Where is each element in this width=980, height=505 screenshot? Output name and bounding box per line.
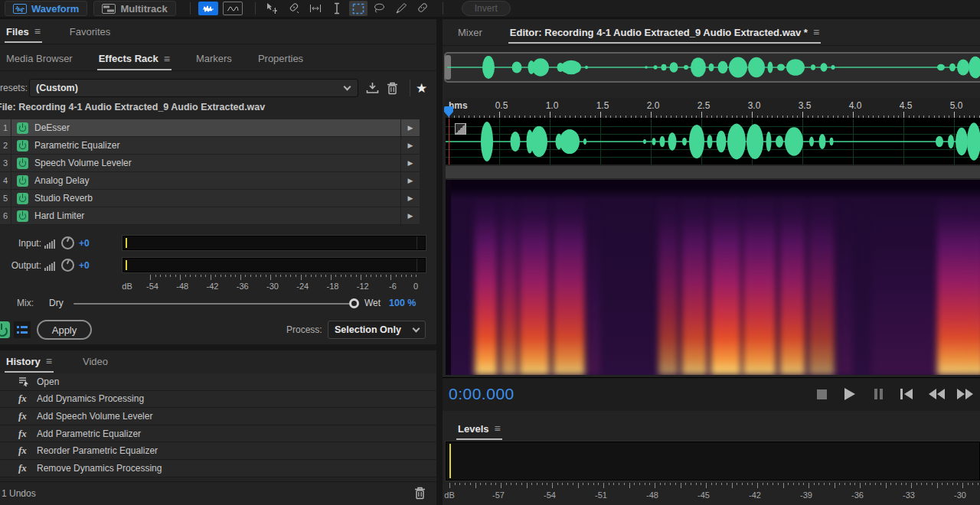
panel-menu-icon[interactable]: ≡ [164, 53, 170, 65]
tab-history[interactable]: History≡ [6, 355, 52, 367]
scale-tick [839, 483, 840, 485]
tab-editor[interactable]: Editor: Recording 4-1 Audio Extracted_9 … [510, 26, 819, 38]
effect-expand-arrow[interactable]: ▶ [400, 172, 420, 189]
scale-tick [685, 483, 686, 485]
move-tool[interactable] [263, 1, 282, 16]
effect-power-toggle[interactable] [17, 122, 28, 134]
tab-favorites[interactable]: Favorites [70, 26, 110, 37]
waveform-display[interactable] [446, 119, 980, 165]
slip-tool[interactable] [306, 1, 325, 16]
levels-db-scale: dB-57-54-51-48-45-42-39-36-33-30 [446, 483, 980, 503]
tab-effects-rack[interactable]: Effects Rack≡ [99, 53, 170, 65]
spectrogram-display[interactable] [446, 180, 980, 375]
stop-button[interactable] [815, 388, 828, 400]
fast-forward-button[interactable] [957, 388, 969, 400]
history-item-label: Add Speech Volume Leveler [37, 411, 152, 422]
effect-row[interactable]: 5Studio Reverb▶ [0, 190, 420, 207]
effect-row[interactable]: 4Analog Delay▶ [0, 172, 420, 190]
effect-expand-arrow[interactable]: ▶ [400, 190, 420, 207]
history-item[interactable]: fxAdd Speech Volume Leveler [0, 408, 436, 425]
time-display[interactable]: 0:00.000 [449, 385, 514, 403]
effect-number: 2 [0, 137, 11, 154]
panel-menu-icon[interactable]: ≡ [813, 26, 819, 38]
favorite-star-icon[interactable]: ★ [416, 80, 427, 96]
presets-label: Presets: [0, 83, 28, 93]
history-item[interactable]: fxRemove Dynamics Processing [0, 460, 436, 477]
mix-slider-track[interactable] [74, 303, 352, 305]
scale-tick [465, 483, 466, 485]
multitrack-mode-button[interactable]: Multitrack [93, 1, 175, 16]
tab-levels[interactable]: Levels≡ [458, 422, 501, 435]
effect-expand-arrow[interactable]: ▶ [400, 137, 420, 154]
timeline-ruler[interactable]: hms 0.51.01.52.02.53.03.54.04.55.0 [446, 98, 980, 119]
effect-power-toggle[interactable] [17, 193, 28, 204]
apply-button[interactable]: Apply [37, 320, 92, 340]
effect-expand-arrow[interactable]: ▶ [400, 119, 420, 136]
input-gain-value[interactable]: +0 [79, 238, 90, 249]
effect-power-toggle[interactable] [17, 175, 28, 187]
pause-button[interactable] [872, 388, 884, 400]
spectral-frequency-view-button[interactable] [223, 2, 243, 15]
scale-tick [562, 483, 563, 485]
tab-files[interactable]: Files≡ [6, 25, 41, 37]
history-item[interactable]: fxAdd Dynamics Processing [0, 391, 436, 409]
effect-expand-arrow[interactable]: ▶ [400, 207, 420, 224]
output-gain-knob-icon[interactable] [61, 259, 74, 272]
clear-history-trash-icon[interactable] [414, 487, 426, 500]
paintbrush-selection-tool[interactable] [392, 1, 410, 16]
effect-row[interactable]: 2Parametric Equalizer▶ [0, 137, 420, 155]
mix-slider-knob[interactable] [349, 298, 359, 308]
ruler-tick [843, 116, 844, 118]
effect-row[interactable]: 1DeEsser▶ [0, 119, 420, 137]
scale-tick [824, 483, 825, 485]
spot-healing-brush-tool[interactable] [413, 1, 432, 16]
scale-tick [325, 275, 326, 277]
scale-tick [691, 483, 691, 485]
panel-menu-icon[interactable]: ≡ [494, 422, 500, 435]
waveform-mode-button[interactable]: Waveform [5, 1, 87, 16]
time-selection-tool[interactable] [328, 1, 346, 16]
output-gain-value[interactable]: +0 [79, 260, 90, 271]
effect-power-toggle[interactable] [17, 158, 28, 169]
history-item[interactable]: fxAdd Parametric Equalizer [0, 425, 436, 443]
tab-markers[interactable]: Markers [196, 53, 232, 64]
input-gain-knob-icon[interactable] [61, 236, 74, 249]
delete-preset-trash-icon[interactable] [387, 82, 398, 95]
lasso-selection-tool[interactable] [371, 1, 389, 16]
razor-tool[interactable] [285, 1, 303, 16]
rack-power-toggle[interactable] [0, 321, 10, 338]
skip-to-start-button[interactable] [900, 388, 913, 400]
scale-tick [449, 483, 450, 488]
panel-menu-icon[interactable]: ≡ [34, 25, 41, 37]
panel-menu-icon[interactable]: ≡ [46, 355, 52, 367]
marquee-selection-tool[interactable] [349, 1, 368, 16]
tab-properties[interactable]: Properties [258, 53, 303, 64]
mix-percent-value[interactable]: 100 % [389, 298, 416, 308]
playhead-marker[interactable] [444, 106, 453, 117]
waveform-mode-icon [13, 4, 27, 14]
ruler-time-label: 4.5 [900, 100, 913, 111]
tab-media-browser[interactable]: Media Browser [6, 53, 73, 64]
history-item[interactable]: Open [0, 373, 436, 391]
effect-row[interactable]: 3Speech Volume Leveler▶ [0, 155, 420, 172]
history-item[interactable]: fxReorder Parametric Equalizer [0, 442, 436, 460]
effect-power-toggle[interactable] [17, 140, 28, 152]
waveform-overview-strip[interactable] [444, 52, 980, 83]
scale-tick [778, 483, 779, 485]
effect-expand-arrow[interactable]: ▶ [400, 155, 420, 171]
effect-row[interactable]: 6Hard Limiter▶ [0, 207, 420, 225]
waveform-spectral-divider[interactable] [446, 165, 980, 180]
ruler-tick [757, 116, 758, 118]
save-preset-icon[interactable] [366, 82, 379, 94]
rack-list-icon[interactable] [14, 321, 31, 338]
effect-power-toggle[interactable] [17, 210, 28, 222]
presets-dropdown[interactable]: (Custom) [29, 79, 358, 97]
tab-mixer[interactable]: Mixer [458, 27, 482, 38]
play-button[interactable] [844, 388, 856, 400]
process-dropdown[interactable]: Selection Only [328, 321, 426, 339]
waveform-view-button[interactable] [198, 2, 218, 15]
tab-video[interactable]: Video [83, 356, 108, 367]
invert-button[interactable]: Invert [462, 1, 511, 16]
rewind-button[interactable] [929, 388, 941, 400]
display-split-handle-icon[interactable] [455, 123, 466, 135]
